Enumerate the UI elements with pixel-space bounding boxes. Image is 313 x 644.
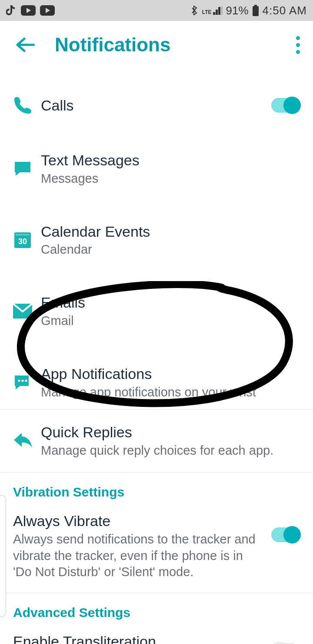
- tiktok-icon: [6, 4, 17, 17]
- row-subtitle: Gmail: [41, 313, 300, 329]
- row-title: Emails: [41, 294, 300, 312]
- always-vibrate-toggle[interactable]: [271, 527, 300, 542]
- svg-rect-5: [16, 234, 30, 235]
- svg-point-9: [22, 379, 24, 382]
- svg-point-10: [25, 379, 27, 382]
- phone-icon: [13, 96, 41, 115]
- row-calendar-events[interactable]: 30 Calendar Events Calendar: [0, 213, 313, 267]
- calls-toggle[interactable]: [271, 98, 300, 113]
- row-subtitle: Manage quick reply choices for each app.: [41, 443, 300, 458]
- row-text-messages[interactable]: Text Messages Messages: [0, 142, 313, 196]
- svg-rect-2: [254, 5, 257, 6]
- youtube-icon: [40, 5, 55, 16]
- back-button[interactable]: [13, 33, 37, 57]
- svg-point-8: [18, 379, 20, 382]
- email-icon: [13, 304, 41, 319]
- section-vibration: Vibration Settings: [0, 472, 313, 500]
- row-title: Text Messages: [41, 151, 300, 169]
- battery-percent: 91%: [226, 4, 249, 17]
- status-left-icons: [6, 4, 55, 17]
- battery-icon: [252, 5, 259, 16]
- overflow-menu-button[interactable]: [293, 33, 303, 57]
- row-title: Quick Replies: [41, 423, 300, 441]
- android-status-bar: LTE 91% 4:50 AM: [0, 0, 313, 21]
- status-time: 4:50 AM: [263, 4, 307, 17]
- reply-icon: [13, 432, 41, 449]
- row-title: Calendar Events: [41, 223, 300, 241]
- signal-lte-icon: LTE: [202, 6, 223, 15]
- row-title: Always Vibrate: [13, 513, 263, 530]
- row-app-notifications[interactable]: App Notifications Manage app notificatio…: [0, 356, 313, 409]
- bluetooth-icon: [190, 4, 199, 17]
- message-icon: [13, 159, 41, 178]
- row-calls[interactable]: Calls: [0, 86, 313, 124]
- row-subtitle: Messages: [41, 171, 300, 186]
- row-subtitle: Always send notifications to the tracker…: [13, 531, 263, 580]
- svg-rect-3: [253, 6, 259, 16]
- svg-text:30: 30: [18, 237, 27, 246]
- row-emails[interactable]: Emails Gmail: [0, 284, 313, 338]
- row-title: Calls: [41, 97, 271, 114]
- page-title: Notifications: [55, 34, 170, 56]
- row-subtitle: Manage app notifications on your wrist: [41, 385, 300, 400]
- status-right-icons: LTE 91% 4:50 AM: [190, 4, 307, 17]
- calendar-icon: 30: [13, 230, 41, 249]
- back-arrow-icon: [16, 37, 35, 53]
- row-title: App Notifications: [41, 365, 300, 383]
- row-quick-replies[interactable]: Quick Replies Manage quick reply choices…: [0, 409, 313, 472]
- row-always-vibrate[interactable]: Always Vibrate Always send notifications…: [0, 510, 313, 593]
- section-heading-vibration: Vibration Settings: [13, 485, 300, 500]
- youtube-icon: [21, 5, 36, 16]
- app-notification-icon: [13, 374, 41, 391]
- scroll-edge-hint: [0, 495, 6, 617]
- row-title: Enable Transliteration: [13, 633, 263, 644]
- section-advanced: Advanced Settings: [0, 593, 313, 620]
- row-subtitle: Calendar: [41, 242, 300, 257]
- app-bar: Notifications: [0, 21, 313, 69]
- section-heading-advanced: Advanced Settings: [13, 605, 300, 620]
- row-enable-transliteration[interactable]: Enable Transliteration All incoming noti…: [0, 631, 313, 644]
